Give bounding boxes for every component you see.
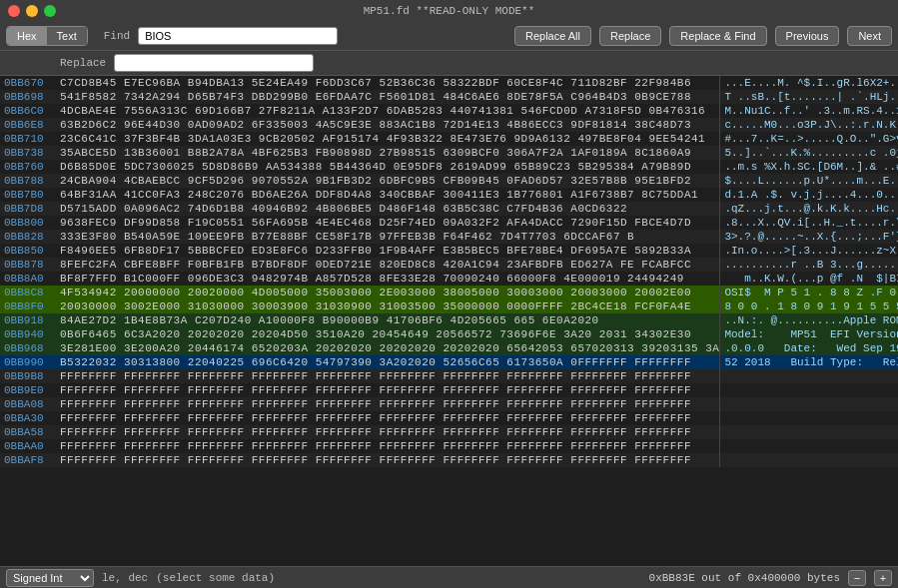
find-label: Find [104, 30, 130, 42]
encoding-label: le, dec [102, 572, 148, 584]
hex-content: 0BB670C7CD8B45 E7EC96BA B94DBA13 5E24EA4… [0, 76, 898, 566]
table-row[interactable]: 0BBAF8FFFFFFFF FFFFFFFF FFFFFFFF FFFFFFF… [0, 453, 898, 467]
table-row[interactable]: 0BB78824CBA904 4CBAEBCC 9CF5D296 9070552… [0, 174, 898, 188]
ascii-column [719, 411, 898, 425]
hex-address: 0BB6C0 [0, 104, 60, 118]
ascii-column: T ..sB..[t.......| .`.HLj..Z.d..... [719, 90, 898, 104]
table-row[interactable]: 0BB9683E281E00 3E200A20 20446174 6520203… [0, 341, 898, 355]
table-row[interactable]: 0BB9400B6F6465 6C3A2020 20202020 20204D5… [0, 327, 898, 341]
hex-bytes: C7CD8B45 E7EC96BA B94DBA13 5E24EA49 F6DD… [60, 76, 719, 90]
hex-bytes: FFFFFFFF FFFFFFFF FFFFFFFF FFFFFFFF FFFF… [60, 411, 719, 425]
ascii-column: 8 0 0 . 1 8 0 9 1 9 1 5 5 5 ..+..N [719, 299, 898, 313]
hex-bytes: FFFFFFFF FFFFFFFF FFFFFFFF FFFFFFFF FFFF… [60, 425, 719, 439]
table-row[interactable]: 0BB990B5322032 30313800 22040225 696C642… [0, 355, 898, 369]
hex-bytes: 333E3F80 B540A59E 109EE9FB B77E88BF CE58… [60, 230, 719, 244]
toolbar-row2: Replace [0, 51, 898, 76]
find-input[interactable] [138, 27, 338, 45]
hex-bytes: D6B85D0E 5DC7306025 5D8D86B9 AA534388 5B… [60, 160, 719, 174]
hex-address: 0BB698 [0, 90, 60, 104]
hex-address: 0BB788 [0, 174, 60, 188]
hex-bytes: BF8F7FFD B1C000FF 096DE3C3 9482974B A857… [60, 272, 719, 286]
hex-bytes: 20030000 3002E000 31030000 30003900 3103… [60, 299, 719, 313]
table-row[interactable]: 0BB670C7CD8B45 E7EC96BA B94DBA13 5E24EA4… [0, 76, 898, 90]
hex-bytes: 8FEFC2FA CBFE8BFF F0BFB1FB B7BDF8DF 0DED… [60, 258, 719, 272]
text-button[interactable]: Text [47, 27, 87, 45]
table-row[interactable]: 0BB7B064BF31AA 41CC0FA3 248C2076 BD6AE26… [0, 188, 898, 202]
hex-bytes: FFFFFFFF FFFFFFFF FFFFFFFF FFFFFFFF FFFF… [60, 453, 719, 467]
hex-address: 0BB8F0 [0, 299, 60, 313]
position-text: 0xBB83E out of 0x400000 bytes [649, 572, 840, 584]
zoom-in-button[interactable]: + [874, 570, 892, 586]
ascii-column: ...E....M. ^$.I..gR.l6X2+.. Lq....". [719, 76, 898, 90]
minimize-button[interactable] [26, 5, 38, 17]
hex-bytes: 4DCBAE4E 7556A313C 69D166B7 27F8211A A13… [60, 104, 719, 118]
hex-address: 0BB8C8 [0, 286, 60, 299]
next-button[interactable]: Next [847, 26, 892, 46]
table-row[interactable]: 0BB8009638FEC9 DF99D858 F19C0551 56FA695… [0, 216, 898, 230]
replace-all-button[interactable]: Replace All [514, 26, 591, 46]
close-button[interactable] [8, 5, 20, 17]
table-row[interactable]: 0BB9E0FFFFFFFF FFFFFFFF FFFFFFFF FFFFFFF… [0, 383, 898, 397]
table-row[interactable]: 0BB8788FEFC2FA CBFE8BFF F0BFB1FB B7BDF8D… [0, 258, 898, 272]
table-row[interactable]: 0BBA58FFFFFFFF FFFFFFFF FFFFFFFF FFFFFFF… [0, 425, 898, 439]
window-title: MP51.fd **READ-ONLY MODE** [364, 5, 535, 17]
ascii-column: M..Nu1C..f..' .3..m.RS.4..1.FO..].Gc [719, 104, 898, 118]
hex-bytes: 35ABCE5D 13B36001 B8B2A78A 4BF625B3 FB90… [60, 146, 719, 160]
traffic-lights [8, 5, 56, 17]
ascii-column [719, 425, 898, 439]
table-row[interactable]: 0BB760D6B85D0E 5DC7306025 5D8D86B9 AA534… [0, 160, 898, 174]
hex-address: 0BB9E0 [0, 383, 60, 397]
hex-view[interactable]: 0BB670C7CD8B45 E7EC96BA B94DBA13 5E24EA4… [0, 76, 898, 566]
hex-bytes: F8496EE5 6FB8DF17 5BBBCFED ED3E8FC6 D233… [60, 244, 719, 258]
hex-bytes: 63B2D6C2 96E44D30 0AD09AD2 6F335003 4A5C… [60, 118, 719, 132]
table-row[interactable]: 0BB9B8FFFFFFFF FFFFFFFF FFFFFFFF FFFFFFF… [0, 369, 898, 383]
hex-address: 0BBAA0 [0, 439, 60, 453]
hex-address: 0BB7B0 [0, 188, 60, 202]
hex-address: 0BB670 [0, 76, 60, 90]
toolbar-row1: Hex Text Find Replace All Replace Replac… [0, 22, 898, 51]
select-hint: (select some data) [156, 572, 275, 584]
table-row[interactable]: 0BB73835ABCE5D 13B36001 B8B2A78A 4BF625B… [0, 146, 898, 160]
table-row[interactable]: 0BB698541F8582 7342A294 D65B74F3 DBD299B… [0, 90, 898, 104]
table-row[interactable]: 0BB6E863B2D6C2 96E44D30 0AD09AD2 6F33500… [0, 118, 898, 132]
hex-button[interactable]: Hex [7, 27, 47, 45]
hex-address: 0BB850 [0, 244, 60, 258]
table-row[interactable]: 0BB8C84F534942 20000000 20020000 4D00500… [0, 286, 898, 299]
table-row[interactable]: 0BB8A0BF8F7FFD B1C000FF 096DE3C3 9482974… [0, 272, 898, 286]
zoom-out-button[interactable]: − [848, 570, 866, 586]
ascii-column: OSI$ M P 5 1 . 8 8 Z .F 0 0 .N $|BI [719, 286, 898, 299]
table-row[interactable]: 0BB850F8496EE5 6FB8DF17 5BBBCFED ED3E8FC… [0, 244, 898, 258]
ascii-column: .In.o....>[.3...J......z~X..Z~.. [719, 244, 898, 258]
replace-input[interactable] [114, 54, 314, 72]
hex-address: 0BBA30 [0, 411, 60, 425]
table-row[interactable]: 0BBA30FFFFFFFF FFFFFFFF FFFFFFFF FFFFFFF… [0, 411, 898, 425]
hex-address: 0BB968 [0, 341, 60, 355]
table-row[interactable]: 0BB8F020030000 3002E000 31030000 3000390… [0, 299, 898, 313]
hex-address: 0BB7D8 [0, 202, 60, 216]
hex-address: 0BB878 [0, 258, 60, 272]
ascii-column: 52 2018 Build Type: Release [719, 355, 898, 369]
hex-text-toggle: Hex Text [6, 26, 88, 46]
ascii-column [719, 453, 898, 467]
table-row[interactable]: 0BB6C04DCBAE4E 7556A313C 69D166B7 27F821… [0, 104, 898, 118]
hex-address: 0BB710 [0, 132, 60, 146]
maximize-button[interactable] [44, 5, 56, 17]
hex-bytes: FFFFFFFF FFFFFFFF FFFFFFFF FFFFFFFF FFFF… [60, 397, 719, 411]
hex-address: 0BB940 [0, 327, 60, 341]
ascii-column: ..........r ..B 3...g..........bz.. [719, 258, 898, 272]
table-row[interactable]: 0BB828333E3F80 B540A59E 109EE9FB B77E88B… [0, 230, 898, 244]
ascii-column: 5..]..`...K.%.........c .0j*........`. [719, 146, 898, 160]
hex-address: 0BB800 [0, 216, 60, 230]
ascii-column: .0.0.0 Date: Wed Sep 19 15:49: [719, 341, 898, 355]
table-row[interactable]: 0BB7D8D5715ADD 0A096AC2 74D6D1B8 40946B9… [0, 202, 898, 216]
previous-button[interactable]: Previous [775, 26, 840, 46]
table-row[interactable]: 0BB71023C6C41C 37F3BF4B 3DA1A03E3 9CB205… [0, 132, 898, 146]
replace-button[interactable]: Replace [599, 26, 661, 46]
table-row[interactable]: 0BBA08FFFFFFFF FFFFFFFF FFFFFFFF FFFFFFF… [0, 397, 898, 411]
titlebar: MP51.fd **READ-ONLY MODE** [0, 0, 898, 22]
replace-find-button[interactable]: Replace & Find [669, 26, 766, 46]
int-type-select[interactable]: Signed Int Unsigned Int [6, 569, 94, 587]
table-row[interactable]: 0BB91884AE27D2 1B4E8B73A C207D240 A10000… [0, 313, 898, 327]
table-row[interactable]: 0BBAA0FFFFFFFF FFFFFFFF FFFFFFFF FFFFFFF… [0, 439, 898, 453]
hex-address: 0BB6E8 [0, 118, 60, 132]
